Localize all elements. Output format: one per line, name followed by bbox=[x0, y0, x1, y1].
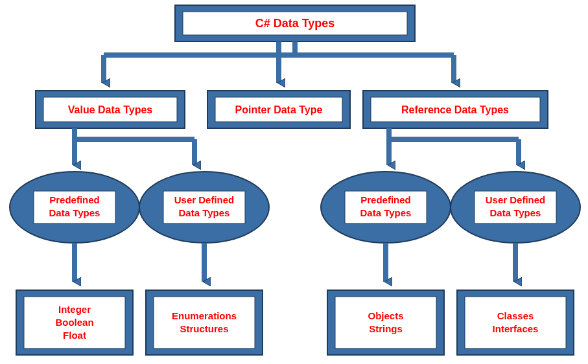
node-reference-predefined: Predefined Data Types bbox=[321, 172, 451, 243]
leaf4-line2: Interfaces bbox=[493, 323, 539, 334]
reference-predefined-line2: Data Types bbox=[360, 207, 412, 218]
reference-predefined-line1: Predefined bbox=[360, 194, 411, 205]
connectors-reference bbox=[389, 128, 519, 165]
leaf2-line1: Enumerations bbox=[172, 310, 237, 321]
node-enumerations-structures: Enumerations Structures bbox=[146, 290, 263, 355]
node-pointer-type: Pointer Data Type bbox=[207, 91, 350, 128]
svg-rect-36 bbox=[154, 297, 255, 348]
leaf3-line1: Objects bbox=[368, 310, 403, 321]
leaf1-line3: Float bbox=[63, 330, 86, 341]
node-classes-interfaces: Classes Interfaces bbox=[457, 290, 574, 355]
reference-userdefined-line2: Data Types bbox=[490, 207, 541, 218]
leaf1-line1: Integer bbox=[58, 304, 91, 315]
svg-rect-40 bbox=[465, 297, 566, 348]
reference-types-label: Reference Data Types bbox=[401, 104, 509, 115]
leaf4-line1: Classes bbox=[497, 310, 534, 321]
value-predefined-line2: Data Types bbox=[49, 207, 100, 218]
node-value-userdefined: User Defined Data Types bbox=[139, 172, 269, 243]
node-objects-strings: Objects Strings bbox=[327, 290, 444, 355]
node-integer-boolean-float: Integer Boolean Float bbox=[16, 290, 133, 355]
leaf3-line2: Strings bbox=[369, 323, 403, 334]
value-userdefined-line1: User Defined bbox=[174, 194, 235, 205]
connectors-value bbox=[75, 128, 194, 165]
root-title: C# Data Types bbox=[255, 17, 335, 30]
leaf2-line2: Structures bbox=[180, 323, 228, 334]
node-value-predefined: Predefined Data Types bbox=[10, 172, 139, 243]
value-userdefined-line2: Data Types bbox=[179, 207, 230, 218]
connectors-root bbox=[104, 41, 454, 83]
reference-userdefined-line1: User Defined bbox=[486, 194, 546, 205]
node-reference-userdefined: User Defined Data Types bbox=[451, 172, 580, 243]
value-types-label: Value Data Types bbox=[68, 104, 153, 115]
svg-rect-38 bbox=[335, 297, 436, 348]
node-root: C# Data Types bbox=[175, 5, 415, 41]
leaf1-line2: Boolean bbox=[55, 317, 93, 328]
node-reference-types: Reference Data Types bbox=[363, 91, 548, 128]
connectors-leaf bbox=[75, 243, 515, 282]
pointer-type-label: Pointer Data Type bbox=[235, 104, 323, 115]
value-predefined-line1: Predefined bbox=[49, 194, 100, 205]
node-value-types: Value Data Types bbox=[36, 91, 185, 128]
